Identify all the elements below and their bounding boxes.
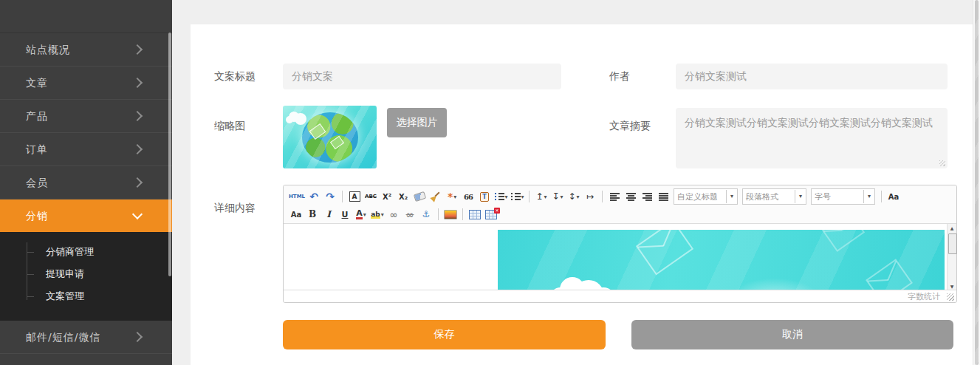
underline-icon[interactable]: U xyxy=(337,207,352,222)
textarea-resize-grip-icon[interactable] xyxy=(939,160,945,166)
thumbnail-label: 缩略图 xyxy=(214,118,245,133)
editor-status-bar: 字数统计 xyxy=(284,290,956,302)
dropdown-caret-icon: ▾ xyxy=(505,194,508,200)
editor-resize-grip-icon[interactable] xyxy=(947,293,954,301)
envelope-graphic xyxy=(309,123,326,140)
sidebar-item-distribution[interactable]: 分销 xyxy=(0,199,172,232)
sidebar-item-orders[interactable]: 订单 xyxy=(0,133,172,166)
font-size-select[interactable]: 字号▾ xyxy=(811,188,875,205)
undo-icon[interactable]: ↶ xyxy=(306,189,321,204)
auto-typeset-icon[interactable]: *▾ xyxy=(445,189,459,204)
superscript-icon[interactable]: X² xyxy=(380,189,394,204)
dropdown-caret-icon: ▾ xyxy=(863,190,874,203)
anchor-icon[interactable]: ⚓ xyxy=(419,207,434,222)
paragraph-space-bottom-icon[interactable]: ↧▾ xyxy=(550,189,565,204)
summary-textarea[interactable]: 分销文案测试分销文案测试分销文案测试分销文案测试 xyxy=(676,108,948,168)
bold-icon-glyph: B xyxy=(309,209,316,219)
font-size-select-label: 字号 xyxy=(812,191,863,202)
case-rotate-icon[interactable]: Aa xyxy=(289,207,304,222)
paste-text-icon[interactable]: T xyxy=(477,189,492,204)
bold-icon[interactable]: B xyxy=(305,207,320,222)
blockquote-icon-glyph: 66 xyxy=(464,193,473,201)
align-right-icon[interactable] xyxy=(640,189,654,204)
sidebar-item-articles[interactable]: 文章 xyxy=(0,66,172,100)
sidebar-item-email-sms-wechat[interactable]: 邮件/短信/微信 xyxy=(0,321,172,354)
spellcheck-icon[interactable]: ABC xyxy=(363,189,378,204)
ordered-list-icon[interactable]: ▾ xyxy=(493,189,508,204)
delete-table-icon[interactable] xyxy=(484,207,498,222)
align-right-icon-glyph xyxy=(643,193,652,201)
page-scrollbar[interactable] xyxy=(973,0,980,365)
dropdown-caret-icon: ▾ xyxy=(381,211,384,218)
dropdown-caret-icon: ▾ xyxy=(577,194,580,200)
unordered-list-icon[interactable]: ▾ xyxy=(510,189,524,204)
unlink-icon-glyph: ∞ xyxy=(406,209,414,220)
insert-image-icon[interactable] xyxy=(443,207,458,222)
sidebar-item-products[interactable]: 产品 xyxy=(0,100,172,133)
scroll-up-arrow-icon[interactable]: ▲ xyxy=(948,225,956,231)
toolbar-separator xyxy=(342,191,343,202)
italic-icon[interactable]: I xyxy=(321,207,336,222)
submenu-item-distributor-management[interactable]: 分销商管理 xyxy=(0,241,172,263)
chevron-right-icon xyxy=(132,78,143,88)
font-color-icon[interactable]: A▾ xyxy=(354,207,369,222)
page-scrollbar-thumb[interactable] xyxy=(975,0,979,365)
paragraph-space-bottom-icon-glyph: ↧ xyxy=(552,191,560,202)
rich-text-editor: HTML↶↷AABCX²X₂*▾66T▾▾↥▾↧▾↕▾↦自定义标题▾段落格式▾字… xyxy=(283,185,957,303)
html-source-icon[interactable]: HTML xyxy=(289,189,305,204)
line-height-icon[interactable]: ↕▾ xyxy=(566,189,581,204)
undo-icon-glyph: ↶ xyxy=(309,191,318,202)
author-input[interactable] xyxy=(676,64,948,89)
auto-typeset-icon-glyph: * xyxy=(448,193,453,200)
paragraph-space-top-icon[interactable]: ↥▾ xyxy=(534,189,549,204)
distribution-submenu: 分销商管理 提现申请 文案管理 xyxy=(0,232,172,321)
indent-icon[interactable]: ↦ xyxy=(583,189,597,204)
copy-title-input[interactable] xyxy=(283,64,561,89)
link-icon[interactable]: ∞ xyxy=(386,207,401,222)
dropdown-caret-icon: ▾ xyxy=(561,194,563,200)
editor-toolbar-row-1: HTML↶↷AABCX²X₂*▾66T▾▾↥▾↧▾↕▾↦自定义标题▾段落格式▾字… xyxy=(288,188,952,205)
sidebar-header xyxy=(0,0,172,33)
custom-title-select-label: 自定义标题 xyxy=(674,191,726,202)
preformat-icon-glyph: A xyxy=(349,191,360,202)
delete-table-icon-glyph xyxy=(485,210,497,219)
sidebar-item-site-overview[interactable]: 站点概况 xyxy=(0,33,172,66)
choose-image-button[interactable]: 选择图片 xyxy=(387,108,447,137)
editor-content-area[interactable] xyxy=(284,224,947,290)
save-button[interactable]: 保存 xyxy=(283,320,606,349)
letter-case-convert-icon-glyph: Aa xyxy=(888,193,900,201)
paragraph-format-select[interactable]: 段落格式▾ xyxy=(742,188,806,205)
author-label: 作者 xyxy=(609,69,630,83)
eraser-icon[interactable] xyxy=(412,189,427,204)
sidebar-scrollbar-thumb[interactable] xyxy=(168,33,171,276)
align-justify-icon[interactable] xyxy=(656,189,671,204)
align-left-icon[interactable] xyxy=(607,189,622,204)
scroll-down-arrow-icon[interactable]: ▼ xyxy=(948,284,956,289)
editor-scrollbar[interactable]: ▲ ▼ xyxy=(947,224,956,290)
letter-case-convert-icon[interactable]: Aa xyxy=(886,189,901,204)
subscript-icon-glyph: X₂ xyxy=(399,193,408,201)
dropdown-caret-icon: ▾ xyxy=(795,190,806,203)
editor-scrollbar-thumb[interactable] xyxy=(948,233,957,254)
sidebar-item-members[interactable]: 会员 xyxy=(0,166,172,199)
submenu-item-copy-management[interactable]: 文案管理 xyxy=(0,285,172,307)
eraser-icon-glyph xyxy=(413,191,425,202)
highlight-color-icon[interactable]: ab▾ xyxy=(370,207,385,222)
cloud-graphic xyxy=(560,277,585,290)
chevron-right-icon xyxy=(132,177,143,188)
format-brush-icon[interactable] xyxy=(428,189,443,204)
cancel-button[interactable]: 取消 xyxy=(631,320,953,349)
align-center-icon-glyph xyxy=(626,193,636,201)
preformat-icon[interactable]: A xyxy=(347,189,362,204)
sidebar-item-label: 订单 xyxy=(26,143,48,155)
custom-title-select[interactable]: 自定义标题▾ xyxy=(674,188,738,205)
unlink-icon[interactable]: ∞ xyxy=(402,207,417,222)
subscript-icon[interactable]: X₂ xyxy=(396,189,411,204)
submenu-item-withdrawal-application[interactable]: 提现申请 xyxy=(0,263,172,285)
align-center-icon[interactable] xyxy=(623,189,638,204)
insert-table-icon[interactable] xyxy=(467,207,482,222)
blockquote-icon[interactable]: 66 xyxy=(461,189,476,204)
redo-icon[interactable]: ↷ xyxy=(323,189,337,204)
submenu-item-label: 文案管理 xyxy=(46,290,84,301)
dropdown-caret-icon: ▾ xyxy=(726,190,737,203)
